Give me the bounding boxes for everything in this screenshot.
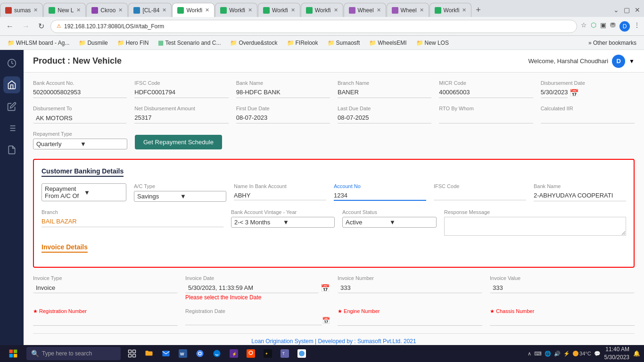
tab-close[interactable]: ✕	[248, 7, 252, 13]
tab-workfi4[interactable]: Workfi ✕	[301, 3, 343, 17]
top-header: Product : New Vehicle Welcome, Harshal C…	[24, 50, 644, 73]
minimize-icon[interactable]: ⌄	[613, 6, 619, 14]
tab-wheel2[interactable]: Wheel ✕	[387, 3, 429, 17]
sidebar-icon-list[interactable]	[3, 120, 20, 137]
reg-number-label: ★ Registration Number	[33, 308, 178, 314]
tab-close[interactable]: ✕	[377, 7, 381, 13]
calculated-iir-value	[541, 113, 635, 123]
bookmark-overdue[interactable]: 📁 Overdue&stock	[226, 39, 281, 47]
reg-date-input[interactable]	[185, 316, 322, 325]
account-no-label: Account No	[334, 183, 426, 189]
tab-workfi-active[interactable]: Workfi ✕	[172, 3, 215, 17]
screenshot-icon[interactable]: ▣	[600, 21, 606, 32]
tab-close[interactable]: ✕	[33, 7, 38, 13]
disbursement-date-label: Disbursement Date	[541, 80, 635, 86]
account-status-dropdown[interactable]: Active ▼	[342, 217, 437, 228]
tab-cl84[interactable]: [CL-84 ✕	[128, 3, 172, 17]
cast-icon[interactable]: ⬡	[591, 21, 596, 32]
avatar: D	[612, 55, 625, 68]
sidebar-icon-refresh[interactable]	[3, 55, 20, 72]
menu-icon[interactable]: ⋮	[634, 21, 640, 32]
ac-type-dropdown[interactable]: Savings ▼	[134, 191, 226, 202]
tab-new-l[interactable]: New L ✕	[43, 3, 86, 17]
get-repayment-button[interactable]: Get Repayment Schedule	[135, 135, 222, 149]
tab-gmail[interactable]: sumas ✕	[0, 3, 43, 17]
bank-name-value: 98-HDFC BANK	[236, 88, 330, 98]
tab-close[interactable]: ✕	[76, 7, 81, 13]
footer-link[interactable]: Loan Origination System | Developed by :…	[251, 338, 416, 345]
dropdown-icon[interactable]: ▼	[629, 58, 635, 65]
repayment-from-dropdown[interactable]: Repayment From A/C Of ▼	[41, 183, 126, 201]
dropdown-arrow-icon: ▼	[180, 193, 223, 200]
puzzle-icon[interactable]: ⛃	[610, 21, 616, 32]
bookmark-sumaosft[interactable]: 📁 Sumaosft	[324, 39, 364, 47]
bookmark-label: WHLSM board - Ag...	[16, 40, 69, 46]
bank-vintage-dropdown[interactable]: 2-< 3 Months ▼	[231, 217, 335, 228]
reg-date-label: Registration Date	[185, 308, 330, 314]
chassis-number-input[interactable]	[490, 316, 635, 326]
tab-workfi5[interactable]: Workfi ✕	[429, 3, 472, 17]
banking-row-1: Repayment From A/C Of ▼ A/C Type Savings…	[41, 183, 626, 202]
ifsc-value: HDFC0001794	[134, 88, 228, 98]
name-in-bank-input[interactable]	[234, 191, 326, 200]
disbursement-date-row: 5/30/2023 📅	[541, 88, 635, 98]
last-due-date-field: Last Due Date 08-07-2025	[338, 106, 431, 123]
account-no-input[interactable]	[334, 191, 426, 201]
tab-workfi2[interactable]: Workfi ✕	[215, 3, 257, 17]
account-no-field: Account No	[334, 183, 426, 202]
address-bar[interactable]: ⚠ 192.168.120.137:8080/LOS/#/tab_Form	[50, 20, 577, 33]
product-title: Product : New Vehicle	[33, 56, 122, 66]
bank-name-cb-label: Bank Name	[534, 183, 626, 189]
chassis-number-field: ★ Chassis Number	[490, 308, 635, 326]
tab-label: Workfi	[186, 7, 202, 14]
tab-close[interactable]: ✕	[462, 7, 466, 13]
bookmark-testscenario[interactable]: ▦ Test Scenario and C...	[154, 38, 224, 47]
bookmark-herofin[interactable]: 📁 Hero FIN	[114, 39, 153, 47]
bookmark-label: FIRelook	[296, 40, 318, 46]
bookmark-newlos[interactable]: 📁 New LOS	[413, 39, 453, 47]
ifsc-label: IFSC Code	[134, 80, 228, 86]
security-icon: ⚠	[57, 23, 61, 29]
invoice-calendar-icon[interactable]: 📅	[321, 284, 330, 293]
forward-button[interactable]: →	[20, 21, 32, 32]
engine-number-input[interactable]	[338, 316, 482, 326]
reg-date-calendar-icon[interactable]: 📅	[322, 317, 330, 324]
response-message-field: Response Message	[444, 209, 626, 236]
reload-button[interactable]: ↻	[36, 21, 47, 32]
response-message-input[interactable]	[444, 217, 626, 236]
tab-close[interactable]: ✕	[291, 7, 295, 13]
tab-close[interactable]: ✕	[205, 7, 209, 13]
tab-close[interactable]: ✕	[420, 7, 424, 13]
disbursement-to-label: Disbursement To	[33, 106, 127, 111]
folder-icon: 📁	[328, 40, 335, 46]
bookmark-other[interactable]: » Other bookmarks	[585, 39, 640, 47]
ifsc-code-input[interactable]	[434, 191, 526, 200]
tab-close[interactable]: ✕	[118, 7, 123, 13]
tab-wheel1[interactable]: Wheel ✕	[344, 3, 386, 17]
sidebar-icon-home[interactable]	[3, 76, 20, 93]
sidebar-icon-edit[interactable]	[3, 98, 20, 115]
calendar-icon[interactable]: 📅	[570, 89, 579, 98]
new-tab-button[interactable]: +	[472, 5, 485, 15]
folder-icon: 📁	[117, 40, 124, 46]
bookmark-star-icon[interactable]: ☆	[581, 21, 587, 32]
profile-icon[interactable]: D	[619, 21, 630, 32]
bookmark-firelook[interactable]: 📁 FIRelook	[283, 39, 322, 47]
sidebar-icon-document[interactable]	[3, 141, 20, 158]
back-button[interactable]: ←	[4, 21, 16, 32]
bookmark-label: New LOS	[425, 40, 449, 46]
tab-workfi3[interactable]: Workfi ✕	[258, 3, 300, 17]
close-icon[interactable]: ✕	[635, 6, 640, 14]
engine-number-field: ★ Engine Number	[338, 308, 482, 326]
bookmark-whlsm[interactable]: 📁 WHLSM board - Ag...	[4, 39, 73, 47]
repayment-type-dropdown[interactable]: Quarterly ▼	[33, 139, 127, 149]
bookmark-label: WheelsEMI	[378, 40, 406, 46]
reg-number-input[interactable]	[33, 316, 178, 326]
tab-close[interactable]: ✕	[162, 7, 166, 13]
tab-label: Wheel	[358, 7, 374, 14]
tab-ckroo[interactable]: Ckroo ✕	[86, 3, 128, 17]
maximize-icon[interactable]: ▢	[624, 6, 630, 14]
bookmark-wheelsemi[interactable]: 📁 WheelsEMI	[365, 39, 410, 47]
tab-close[interactable]: ✕	[334, 7, 338, 13]
bookmark-dusmile[interactable]: 📁 Dusmile	[75, 39, 111, 47]
